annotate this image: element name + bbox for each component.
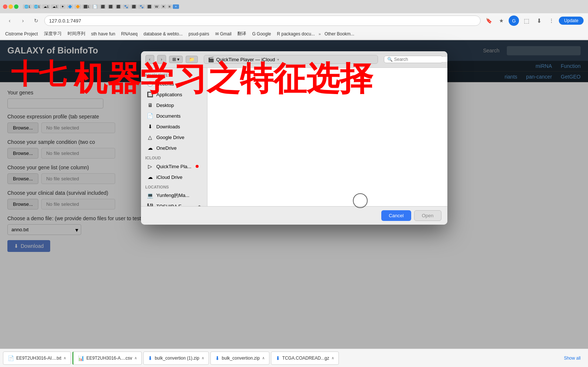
sidebar-section-locations: Locations <box>141 183 207 190</box>
dialog-sidebar: Favourites 🕐 Recents 🔲 Applications 🖥 De… <box>141 68 207 206</box>
update-button[interactable]: Update <box>559 17 584 25</box>
sidebar-item-mac[interactable]: 💻 Yunfeng的Ma... <box>142 190 206 201</box>
bookmark-psud[interactable]: psud-pairs <box>186 31 212 37</box>
extensions-icon[interactable]: ⬚ <box>521 15 532 26</box>
dialog-body: Favourites 🕐 Recents 🔲 Applications 🖥 De… <box>141 68 447 206</box>
refresh-button[interactable]: ↻ <box>31 15 41 26</box>
sidebar-item-quicktime-label: QuickTime Pla... <box>157 164 192 169</box>
bookmark-gmail[interactable]: ✉ Gmail <box>213 31 234 37</box>
icloud-drive-icon: ☁ <box>147 174 154 180</box>
sidebar-item-downloads[interactable]: ⬇ Downloads <box>142 121 206 132</box>
sidebar-item-toshiba[interactable]: 💾 TOSHIBA E... ⏏ <box>142 201 206 206</box>
bookmark-rnaseq[interactable]: RNAseq <box>119 31 140 37</box>
sidebar-item-desktop-label: Desktop <box>157 103 174 108</box>
dialog-newfolder-button[interactable]: 📁 <box>186 56 198 63</box>
bookmark-translate[interactable]: 翻译 <box>235 30 248 38</box>
sidebar-item-googledrive[interactable]: △ Google Drive <box>142 132 206 142</box>
dialog-open-button: Open <box>414 210 441 221</box>
show-all-button[interactable]: Show all <box>560 354 585 362</box>
location-icon: 🎬 <box>208 56 214 62</box>
download-item-5-name: TCGA.COADREAD...gz <box>282 356 329 361</box>
icloud-dot <box>196 165 199 168</box>
onedrive-icon: ☁ <box>147 145 154 151</box>
sidebar-item-googledrive-label: Google Drive <box>157 135 185 140</box>
download-item-3[interactable]: ⬇ bulk_convertion (1).zip ∧ <box>143 352 209 365</box>
dialog-search-box: 🔍 <box>384 56 443 63</box>
download-item-1-icon: 📄 <box>8 355 14 361</box>
download-item-4-arrow[interactable]: ∧ <box>262 356 265 360</box>
sidebar-section-favourites: Favourites <box>141 71 207 78</box>
download-item-1[interactable]: 📄 EE9T2UH3016-AI....txt ∧ <box>3 352 71 365</box>
browser-actions: 🔖 ★ G ⬚ ⬇ ⋮ Update <box>484 15 584 26</box>
sidebar-item-onedrive-label: OneDrive <box>157 145 177 151</box>
sidebar-item-toshiba-label: TOSHIBA E... <box>157 204 186 207</box>
extensions-button[interactable]: 🔖 <box>484 15 494 26</box>
bookmark-database[interactable]: database & webto... <box>141 31 185 37</box>
bookmark-timeseries[interactable]: 时间序列 <box>65 30 87 38</box>
dialog-overlay: ‹ › ⊞ ▾ 📁 🎬 QuickTime Player — iCloud ▾ … <box>0 40 588 349</box>
dialog-view-button[interactable]: ⊞ ▾ <box>169 56 183 63</box>
bookmarks-bar: Cistrome Project 深度学习 时间序列 sth have fun … <box>0 28 588 40</box>
download-item-1-name: EE9T2UH3016-AI....txt <box>16 356 61 361</box>
star-button[interactable]: ★ <box>496 15 506 26</box>
sidebar-item-documents[interactable]: 📄 Documents <box>142 111 206 121</box>
sidebar-section-icloud: iCloud <box>141 153 207 161</box>
sidebar-item-mac-label: Yunfeng的Ma... <box>157 192 190 199</box>
location-text: QuickTime Player — iCloud <box>216 57 275 62</box>
download-item-3-arrow[interactable]: ∧ <box>202 356 204 360</box>
forward-button[interactable]: › <box>18 15 28 26</box>
downloads-icon: ⬇ <box>147 123 154 130</box>
main-area: GALAXY of BioInfoTo Search miRNA Functio… <box>0 40 588 349</box>
bookmark-other[interactable]: Other Bookm... <box>322 31 357 37</box>
download-item-4-name: bulk_convertion.zip <box>222 356 260 361</box>
sidebar-item-onedrive[interactable]: ☁ OneDrive <box>142 143 206 153</box>
download-item-2[interactable]: 📊 EE9T2UH3016-A....csv ∧ <box>72 352 142 365</box>
download-item-5-arrow[interactable]: ∧ <box>331 356 334 360</box>
download-item-5[interactable]: ⬇ TCGA.COADREAD...gz ∧ <box>271 352 339 365</box>
download-item-1-arrow[interactable]: ∧ <box>63 356 66 360</box>
quicktime-icon: ▷ <box>147 163 154 170</box>
dialog-main-area <box>207 68 447 206</box>
settings-button[interactable]: ⋮ <box>546 15 557 26</box>
documents-icon: 📄 <box>147 112 154 119</box>
download-item-2-arrow[interactable]: ∧ <box>134 356 137 360</box>
sidebar-item-applications-label: Applications <box>157 92 182 97</box>
dialog-back-button[interactable]: ‹ <box>145 55 154 64</box>
dialog-location: 🎬 QuickTime Player — iCloud ▾ <box>204 55 378 64</box>
download-item-4[interactable]: ⬇ bulk_convertion.zip ∧ <box>210 352 269 365</box>
download-item-5-icon: ⬇ <box>276 355 280 361</box>
search-icon: 🔍 <box>387 57 393 62</box>
bookmark-rpackages[interactable]: R packages docu... <box>275 31 317 37</box>
bookmark-sth[interactable]: sth have fun <box>89 31 117 37</box>
url-input[interactable] <box>44 15 481 26</box>
recents-icon: 🕐 <box>147 80 154 87</box>
download-item-3-icon: ⬇ <box>148 355 152 361</box>
sidebar-item-documents-label: Documents <box>157 113 181 119</box>
download-bar: 📄 EE9T2UH3016-AI....txt ∧ 📊 EE9T2UH3016-… <box>0 349 588 367</box>
browser-chrome: 🌐1 🌐1 ☁1 ☁1 ✦ 🔷 🔶 ⬛1 📄 ⬛ ⬛ ⬛ 🐾 ⬛ 🐾 ⬛ W ✕… <box>0 0 588 40</box>
sidebar-item-desktop[interactable]: 🖥 Desktop <box>142 100 206 110</box>
sidebar-item-icloud-drive-label: iCloud Drive <box>157 174 183 180</box>
dialog-cancel-button[interactable]: Cancel <box>381 210 411 221</box>
sidebar-item-downloads-label: Downloads <box>157 124 180 129</box>
toshiba-icon: 💾 <box>147 203 154 206</box>
bookmark-deeplearning[interactable]: 深度学习 <box>42 30 64 38</box>
address-bar: ‹ › ↻ 🔖 ★ G ⬚ ⬇ ⋮ Update <box>0 13 588 28</box>
sidebar-item-quicktime[interactable]: ▷ QuickTime Pla... <box>142 161 206 172</box>
account-circle[interactable]: G <box>509 15 519 26</box>
bookmark-cistrome[interactable]: Cistrome Project <box>3 31 40 37</box>
tab-bar: 🌐1 🌐1 ☁1 ☁1 ✦ 🔷 🔶 ⬛1 📄 ⬛ ⬛ ⬛ 🐾 ⬛ 🐾 ⬛ W ✕… <box>0 0 588 13</box>
applications-icon: 🔲 <box>147 91 154 98</box>
download-icon[interactable]: ⬇ <box>534 15 544 26</box>
dialog-forward-button[interactable]: › <box>157 55 166 64</box>
dialog-search-input[interactable] <box>393 57 447 62</box>
googledrive-icon: △ <box>147 134 154 141</box>
sidebar-item-icloud-drive[interactable]: ☁ iCloud Drive <box>142 172 206 182</box>
download-item-2-name: EE9T2UH3016-A....csv <box>86 356 132 361</box>
dialog-toolbar: ‹ › ⊞ ▾ 📁 🎬 QuickTime Player — iCloud ▾ … <box>141 51 447 68</box>
sidebar-item-recents[interactable]: 🕐 Recents <box>142 79 206 89</box>
desktop-icon: 🖥 <box>147 102 154 108</box>
bookmark-google[interactable]: G Google <box>250 31 273 37</box>
back-button[interactable]: ‹ <box>4 15 15 26</box>
sidebar-item-applications[interactable]: 🔲 Applications <box>142 89 206 100</box>
